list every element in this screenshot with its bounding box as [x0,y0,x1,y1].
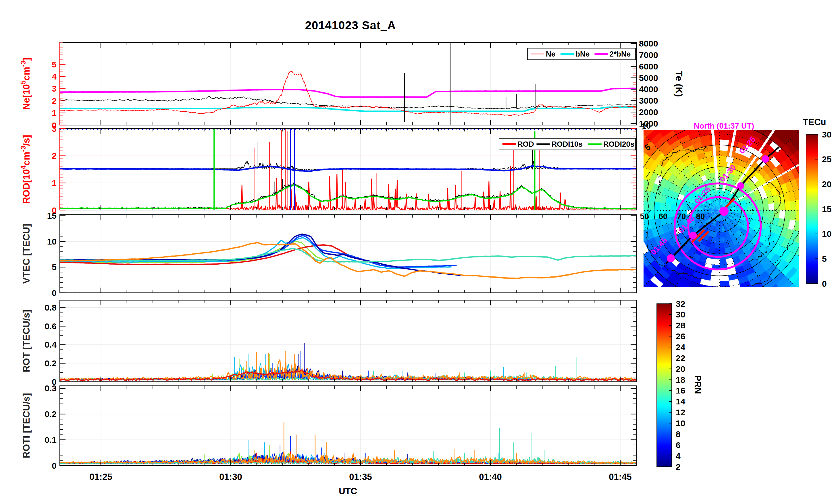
tec-cell [720,101,734,108]
tec-cell [759,109,774,120]
prn-colorbar-tick-label: 24 [676,342,685,352]
tec-cell [649,201,655,210]
ytick-label: 5 [52,262,57,272]
tec-cell [621,210,628,223]
tec-cell [790,210,796,221]
ytick-label: 0.8 [45,303,57,312]
ytick-label: 0.2 [45,359,57,368]
tec-cell [761,305,777,316]
tec-cell [691,311,706,319]
tec-cell [720,243,725,249]
tecu-colorbar-tick-label: 15 [822,204,831,214]
tec-cell [744,296,757,305]
prn-colorbar-tick-label: 12 [676,408,685,417]
prn-colorbar-tick-label: 4 [676,451,681,461]
tec-cell [690,97,706,105]
series-PRN-red [60,370,636,381]
tecu-colorbar-tick-label: 5 [822,254,827,264]
tec-cell [799,221,807,233]
tec-cell [694,113,708,121]
prn-colorbar-tick-label: 14 [676,397,685,406]
prn-colorbar-label: PRN [693,373,703,396]
tec-cell [720,107,733,113]
tec-cell [616,210,622,224]
tec-cell [720,150,728,156]
tec-cell [629,246,639,259]
tec-cell [662,105,678,116]
prn-colorbar-tick-label: 26 [676,331,685,341]
series-layer [60,234,636,278]
tec-cell [614,168,624,184]
series-Te [60,96,636,109]
tec-cell [709,286,720,293]
tec-cell [771,293,786,305]
tec-cell [707,297,720,303]
prn-colorbar-tick-label: 10 [676,418,685,428]
tec-cell [707,302,720,308]
xtick-label: 01:45 [609,472,632,482]
tec-cell [629,161,639,175]
track-time-dot [737,182,744,189]
tecu-colorbar-tick-label: 30 [822,130,831,139]
tec-cell [720,286,730,293]
tec-cell [680,110,694,120]
legend-label: Ne [546,50,555,58]
tec-cell [730,289,742,297]
tec-cell [686,286,698,295]
tec-cell [746,105,762,115]
tec-cell [790,200,796,210]
te-axis-label: Te (K) [674,71,684,97]
tec-cell [755,291,769,301]
x-axis-label: UTC [331,486,365,497]
tec-cell [611,182,620,197]
tec-cell [619,236,629,250]
map-title: North (01:37 UT) [678,122,770,131]
tec-cell [690,316,705,324]
series-RODI20s [60,185,636,209]
map-latitude-label: 60 [658,212,667,221]
te-tick-label: 4000 [639,84,658,94]
te-tick-label: 6000 [639,62,658,71]
tec-cell [720,134,730,140]
series-bROD [60,166,636,171]
tec-cell [719,319,734,325]
panel-rod: 0123ROD[104cm-3/s]RODRODI10sRODI20s [20,124,636,215]
tec-cell [610,210,617,225]
tec-cell [758,205,764,210]
legend-label: RODI20s [603,140,634,148]
tec-cell [705,313,720,320]
panel-vtec: 051015VTEC [TECU] [21,211,636,297]
prn-colorbar-tick-label: 16 [676,386,685,395]
te-tick-label: 3000 [639,96,658,105]
ytick-label: 0 [52,288,57,298]
tec-cell [720,145,728,151]
tec-cell [696,295,708,302]
tec-cell [614,252,625,268]
tec-cell [720,270,728,276]
tec-cell [659,202,665,210]
tec-cell [774,111,790,124]
tec-cell [693,305,707,313]
tec-cell [709,281,720,287]
y-axis-label: ROD[104cm-3/s] [20,135,31,204]
tec-cell [704,319,720,325]
tec-cell [786,288,801,302]
tec-cell [719,297,732,303]
tec-cell [768,288,783,300]
tec-cell [656,288,671,300]
ytick-label: 4 [52,72,57,81]
te-tick-label: 7000 [639,50,658,60]
tec-cell [614,237,624,252]
tec-cell [799,188,807,200]
legend-label: ROD [518,140,534,148]
tec-cell [606,225,614,240]
tec-cell [622,223,630,236]
tecu-colorbar-title: TECu [799,117,830,128]
tec-cell [746,306,762,316]
tec-cell [720,139,729,145]
tec-cell [732,107,747,115]
ytick-label: 0.3 [45,384,57,393]
tec-cell [720,156,727,162]
panel-frame [60,215,636,293]
ytick-label: 2 [52,96,57,106]
